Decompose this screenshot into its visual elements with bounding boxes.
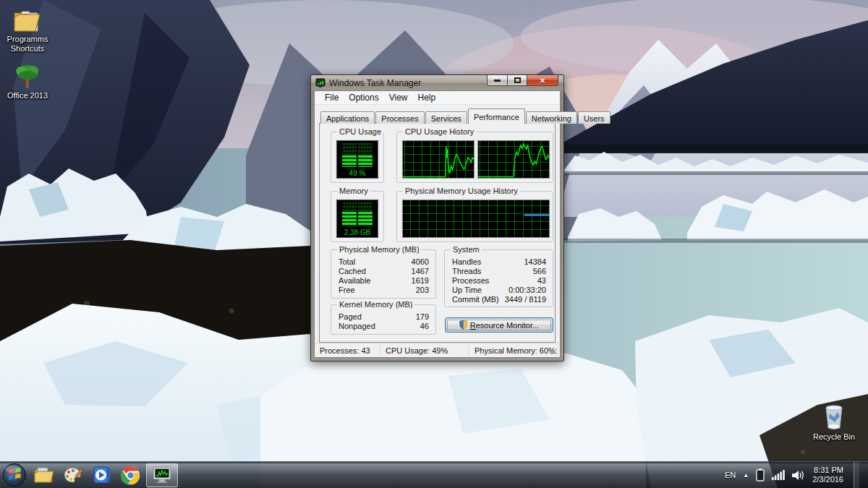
stat-label: Nonpaged [339,322,375,331]
focus-ring [447,320,551,330]
folder-shortcuts-icon [13,9,42,33]
performance-panel: CPU Usage 49 % CPU Usage History [319,123,556,343]
memory-history-label: Physical Memory Usage History [403,187,520,195]
tab-services[interactable]: Services [425,111,467,124]
memory-groupbox: Memory 2.38 GB [331,191,384,242]
memory-history-groupbox: Physical Memory Usage History [396,191,553,242]
chrome-icon [121,466,140,485]
status-physical-memory: Physical Memory: 60% [469,345,560,356]
taskbar-task-manager-button[interactable] [146,463,178,487]
stat-value: 203 [416,286,429,295]
system-groupbox: System Handles14384 Threads566 Processes… [444,249,553,307]
status-bar: Processes: 43 CPU Usage: 49% Physical Me… [315,343,560,357]
tab-strip: Applications Processes Services Performa… [319,108,556,124]
stat-value: 179 [416,312,429,322]
tab-performance[interactable]: Performance [468,108,525,124]
status-processes: Processes: 43 [315,345,380,356]
desktop-icon-programms-shortcuts[interactable]: Programms Shortcuts [0,9,55,53]
memory-history-chart [402,200,550,238]
desktop-icon-label: Office 2013 [0,91,55,100]
windows-start-orb-icon [2,463,27,487]
stat-label: Commit (MB) [452,295,499,304]
desktop-icon-label: Programms Shortcuts [0,35,55,53]
resource-monitor-button[interactable]: Resource Monitor... [445,317,553,333]
tab-networking[interactable]: Networking [526,111,577,124]
system-rows: Handles14384 Threads566 Processes43 Up T… [445,257,553,304]
show-desktop-button[interactable] [854,462,859,488]
taskbar: EN ▲ 8:31 PM 2/3/2016 [0,461,868,488]
stat-label: Up Time [452,286,482,295]
desktop-icon-recycle-bin[interactable]: Recycle Bin [807,403,861,442]
stat-label: Total [339,257,355,267]
explorer-folder-icon [33,466,54,484]
recycle-bin-icon [822,403,846,431]
tab-users[interactable]: Users [578,111,610,124]
desktop-icon-label: Recycle Bin [807,432,861,442]
clock-time: 8:31 PM [812,466,843,475]
minimize-button[interactable] [487,75,508,86]
battery-icon[interactable] [756,468,765,481]
tab-applications[interactable]: Applications [320,111,375,124]
menu-view[interactable]: View [384,91,413,104]
clock-date: 2/3/2016 [812,475,843,484]
desktop-icon-office-2013[interactable]: Office 2013 [0,64,55,100]
desktop: Programms Shortcuts Office 2013 Recycle … [0,0,868,488]
minimize-icon [494,80,501,82]
kernel-memory-groupbox: Kernel Memory (MB) Paged179 Nonpaged46 [331,304,436,335]
close-icon: ✕ [540,77,545,85]
close-button[interactable]: ✕ [527,75,558,86]
stat-value: 1619 [412,276,429,286]
hidden-icons-chevron[interactable]: ▲ [743,472,749,479]
language-indicator[interactable]: EN [725,471,736,479]
system-tray: EN ▲ 8:31 PM 2/3/2016 [725,462,868,488]
tree-icon [13,64,42,90]
stat-label: Available [339,276,370,286]
stat-value: 14384 [524,257,546,267]
task-manager-icon [152,466,172,484]
stat-label: Processes [452,276,489,286]
menu-bar: File Options View Help [315,91,560,105]
stat-value: 0:00:33:20 [509,286,546,295]
taskbar-media-player-button[interactable] [87,462,116,488]
menu-help[interactable]: Help [413,91,441,104]
menu-file[interactable]: File [320,91,344,104]
stat-value: 4060 [412,257,429,267]
window-title: Windows Task Manager [329,78,421,88]
status-cpu-usage: CPU Usage: 49% [380,345,469,356]
start-button[interactable] [0,462,29,488]
cpu-history-chart-1 [402,140,475,179]
memory-value: 2.38 GB [337,228,378,236]
physical-memory-rows: Total4060 Cached1467 Available1619 Free2… [331,257,435,295]
task-manager-window: Windows Task Manager ✕ File Options View… [310,74,564,361]
kernel-memory-title: Kernel Memory (MB) [337,300,414,309]
resize-grip[interactable] [550,347,558,356]
cpu-usage-value: 49 % [337,169,378,177]
physical-memory-groupbox: Physical Memory (MB) Total4060 Cached146… [331,249,436,299]
cpu-history-groupbox: CPU Usage History [396,132,553,183]
taskbar-explorer-button[interactable] [29,462,58,488]
stat-value: 46 [420,322,429,331]
kernel-memory-rows: Paged179 Nonpaged46 [331,312,435,331]
stat-label: Paged [339,312,362,322]
tab-processes[interactable]: Processes [375,111,424,124]
memory-label: Memory [337,187,370,195]
taskbar-paint-button[interactable] [58,462,87,488]
system-title: System [451,245,482,254]
network-signal-icon[interactable] [772,470,785,480]
maximize-button[interactable] [508,75,527,86]
taskbar-chrome-button[interactable] [116,462,145,488]
cpu-usage-gauge: 49 % [336,140,378,179]
tab-area: Applications Processes Services Performa… [315,105,560,343]
volume-icon[interactable] [792,470,805,481]
media-player-icon [91,466,111,484]
window-titlebar[interactable]: Windows Task Manager ✕ [311,75,563,90]
maximize-icon [514,77,521,83]
taskbar-clock[interactable]: 8:31 PM 2/3/2016 [812,466,843,484]
stat-label: Threads [452,267,481,276]
cpu-history-chart-2 [477,140,550,179]
menu-options[interactable]: Options [344,91,383,104]
stat-label: Handles [452,257,481,267]
stat-label: Free [339,286,355,295]
cpu-usage-label: CPU Usage [337,127,383,136]
cpu-history-label: CPU Usage History [403,127,476,136]
